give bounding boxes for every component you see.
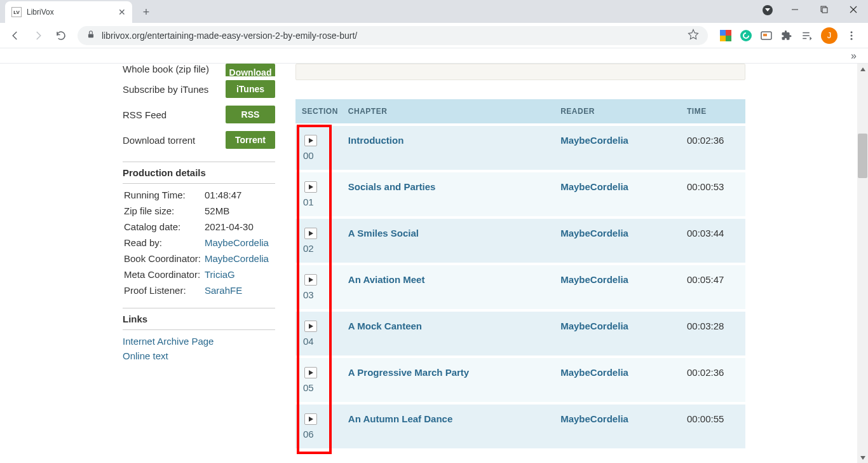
chapter-link[interactable]: An Autumn Leaf Dance <box>348 413 452 424</box>
profile-avatar[interactable]: J <box>821 27 837 44</box>
download-label: Whole book (zip file) <box>123 64 209 74</box>
table-row: 03An Aviation MeetMaybeCordelia00:05:47 <box>295 264 745 310</box>
extensions-puzzle-icon[interactable] <box>780 29 793 42</box>
detail-key: Book Coordinator: <box>124 251 203 266</box>
download-label: Subscribe by iTunes <box>123 84 208 95</box>
reader-link[interactable]: MaybeCordelia <box>560 367 628 378</box>
detail-key: Running Time: <box>124 188 203 202</box>
detail-value: 52MB <box>205 204 274 218</box>
extension-grammarly-icon[interactable] <box>740 29 752 42</box>
chapter-link[interactable]: A Mock Canteen <box>348 321 422 331</box>
play-button[interactable] <box>304 228 317 239</box>
new-tab-button[interactable]: + <box>137 3 155 21</box>
svg-rect-10 <box>726 36 731 41</box>
section-cell: 04 <box>295 310 343 357</box>
svg-marker-28 <box>860 67 865 71</box>
detail-link[interactable]: MaybeCordelia <box>205 253 269 264</box>
table-row: 04A Mock CanteenMaybeCordelia00:03:28 <box>295 310 745 357</box>
section-cell: 05 <box>295 357 343 403</box>
section-number: 04 <box>302 336 314 347</box>
download-button[interactable]: Download <box>226 64 275 76</box>
svg-point-11 <box>740 30 752 41</box>
section-cell: 02 <box>295 218 343 264</box>
detail-link[interactable]: TriciaG <box>205 269 235 280</box>
col-reader: READER <box>555 99 682 125</box>
extension-misc-icon[interactable] <box>760 29 773 42</box>
play-button[interactable] <box>304 181 317 193</box>
address-bar[interactable]: librivox.org/entertaining-made-easy-vers… <box>78 26 708 45</box>
time-cell: 00:03:28 <box>682 310 745 357</box>
scrollbar[interactable] <box>857 64 868 463</box>
page-content: Whole book (zip file) Download Subscribe… <box>0 64 868 463</box>
tab-close-icon[interactable]: ✕ <box>118 7 126 17</box>
url-text: librivox.org/entertaining-made-easy-vers… <box>102 31 357 41</box>
window-minimize-button[interactable] <box>780 0 810 19</box>
svg-rect-9 <box>720 36 726 41</box>
rss-button[interactable]: RSS <box>226 106 275 123</box>
svg-point-19 <box>851 34 853 36</box>
reader-link[interactable]: MaybeCordelia <box>560 413 628 424</box>
torrent-button[interactable]: Torrent <box>226 131 275 149</box>
reader-link[interactable]: MaybeCordelia <box>560 321 628 331</box>
extension-google-icon[interactable] <box>719 29 732 42</box>
reader-link[interactable]: MaybeCordelia <box>560 228 628 238</box>
detail-value: TriciaG <box>205 267 274 282</box>
forward-button[interactable] <box>28 25 48 46</box>
time-cell: 00:02:36 <box>682 125 745 171</box>
detail-row: Proof Listener:SarahFE <box>124 283 274 298</box>
section-number: 02 <box>302 243 314 254</box>
time-cell: 00:05:47 <box>682 264 745 310</box>
reading-list-icon[interactable] <box>801 29 813 42</box>
chrome-menu-icon[interactable] <box>845 29 858 42</box>
reload-button[interactable] <box>51 25 71 46</box>
production-details-header: Production details <box>123 162 275 184</box>
bookmarks-overflow[interactable]: » <box>0 48 868 64</box>
links-header: Links <box>123 308 275 330</box>
back-button[interactable] <box>5 25 25 46</box>
window-maximize-button[interactable] <box>810 0 839 19</box>
scroll-thumb[interactable] <box>858 134 867 178</box>
section-cell: 00 <box>295 125 343 171</box>
detail-link[interactable]: SarahFE <box>205 285 242 296</box>
sidebar-link[interactable]: Online text <box>123 350 168 361</box>
detail-value: 01:48:47 <box>205 188 274 202</box>
play-button[interactable] <box>304 274 317 286</box>
detail-link[interactable]: MaybeCordelia <box>205 237 269 248</box>
download-row-torrent: Download torrent Torrent <box>123 127 275 153</box>
section-number: 06 <box>302 429 314 439</box>
chapter-link[interactable]: Socials and Parties <box>348 181 436 192</box>
scroll-down-arrow[interactable] <box>857 452 868 463</box>
browser-toolbar: librivox.org/entertaining-made-easy-vers… <box>0 23 868 48</box>
tab-media-icon[interactable] <box>763 5 773 15</box>
scroll-up-arrow[interactable] <box>857 64 868 74</box>
detail-row: Catalog date:2021-04-30 <box>124 219 274 234</box>
browser-tab[interactable]: LV LibriVox ✕ <box>5 1 132 23</box>
col-section: SECTION <box>295 99 343 125</box>
window-close-button[interactable] <box>839 0 868 19</box>
reader-link[interactable]: MaybeCordelia <box>560 181 628 192</box>
play-button[interactable] <box>304 367 317 378</box>
table-row: 02A Smiles SocialMaybeCordelia00:03:44 <box>295 218 745 264</box>
chapter-link[interactable]: A Smiles Social <box>348 228 419 238</box>
chapter-link[interactable]: Introduction <box>348 135 403 146</box>
reader-link[interactable]: MaybeCordelia <box>560 274 628 285</box>
production-details-table: Running Time:01:48:47Zip file size:52MBC… <box>123 186 275 299</box>
play-button[interactable] <box>304 413 317 425</box>
col-time: TIME <box>682 99 745 125</box>
sidebar-link[interactable]: Internet Archive Page <box>123 336 214 347</box>
download-row-whole-book: Whole book (zip file) Download <box>123 64 275 76</box>
play-button[interactable] <box>304 135 317 146</box>
section-number: 05 <box>302 382 314 393</box>
play-button[interactable] <box>304 321 317 332</box>
chapter-link[interactable]: A Progressive March Party <box>348 367 469 378</box>
itunes-button[interactable]: iTunes <box>226 80 275 98</box>
bookmark-star-icon[interactable] <box>688 29 699 42</box>
svg-marker-0 <box>765 8 770 11</box>
detail-key: Catalog date: <box>124 219 203 234</box>
detail-key: Read by: <box>124 235 203 250</box>
svg-marker-29 <box>860 456 865 460</box>
download-row-rss: RSS Feed RSS <box>123 102 275 127</box>
time-cell: 00:02:36 <box>682 357 745 403</box>
reader-link[interactable]: MaybeCordelia <box>560 135 628 146</box>
chapter-link[interactable]: An Aviation Meet <box>348 274 425 285</box>
